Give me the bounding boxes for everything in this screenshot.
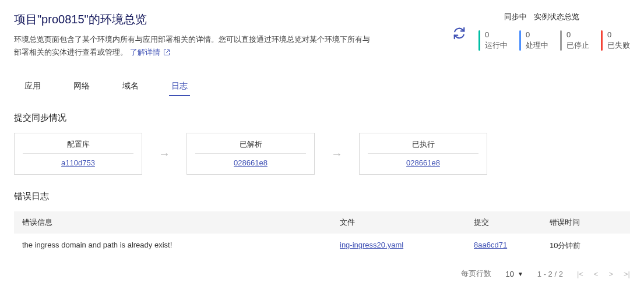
learn-more-text: 了解详情	[130, 48, 160, 56]
table-row: the ingress domain and path is already e…	[14, 234, 630, 258]
page-prev-button[interactable]: <	[594, 270, 599, 278]
count-stopped-label: 已停止	[566, 40, 589, 51]
count-running-label: 运行中	[485, 40, 508, 51]
bar-failed-icon	[601, 30, 603, 51]
arrow-icon: →	[331, 147, 343, 161]
refresh-icon[interactable]	[453, 27, 466, 41]
count-pending-value: 0	[526, 30, 548, 39]
page-description: 环境总览页面包含了某个环境内所有与应用部署相关的详情。您可以直接通过环境总览对某…	[14, 33, 375, 60]
page-last-button[interactable]: >|	[624, 270, 630, 278]
bar-running-icon	[478, 30, 480, 51]
sync-status-label: 同步中	[504, 12, 527, 22]
desc-text: 环境总览页面包含了某个环境内所有与应用部署相关的详情。您可以直接通过环境总览对某…	[14, 35, 370, 56]
cell-time: 10分钟前	[550, 241, 622, 251]
bar-stopped-icon	[560, 30, 562, 51]
count-failed-value: 0	[607, 30, 630, 39]
bar-pending-icon	[519, 30, 521, 51]
card-exec-title: 已执行	[368, 139, 478, 154]
cell-commit-link[interactable]: 8aa6cd71	[474, 241, 507, 249]
external-link-icon	[163, 47, 170, 60]
rows-per-page-label: 每页行数	[461, 268, 491, 279]
col-msg: 错误信息	[22, 217, 340, 228]
status-panel: 同步中 实例状态总览 0 运行中	[453, 12, 630, 51]
count-failed-label: 已失败	[607, 40, 630, 51]
errorlog-table: 错误信息 文件 提交 错误时间 the ingress domain and p…	[14, 211, 630, 258]
page-title: 项目"pro0815"的环境总览	[14, 12, 375, 27]
tab-domain[interactable]: 域名	[120, 77, 141, 96]
card-parsed-hash[interactable]: 028661e8	[234, 158, 268, 167]
count-pending-label: 处理中	[526, 40, 548, 51]
rows-per-page-select[interactable]: 10 ▼	[505, 270, 523, 278]
col-commit: 提交	[474, 217, 550, 228]
errorlog-section-title: 错误日志	[14, 191, 630, 202]
tabs: 应用 网络 域名 日志	[14, 77, 630, 96]
count-stopped: 0 已停止	[560, 30, 589, 51]
card-repo-hash[interactable]: a110d753	[61, 158, 95, 167]
sync-flow: 配置库 a110d753 → 已解析 028661e8 → 已执行 028661…	[14, 133, 630, 175]
instance-overview-label: 实例状态总览	[534, 12, 579, 22]
count-stopped-value: 0	[566, 30, 589, 39]
card-exec: 已执行 028661e8	[359, 133, 487, 175]
count-running-value: 0	[485, 30, 508, 39]
learn-more-link[interactable]: 了解详情	[130, 48, 171, 56]
cell-file-link[interactable]: ing-ingress20.yaml	[340, 241, 403, 249]
count-failed: 0 已失败	[601, 30, 630, 51]
rows-per-page-value: 10	[505, 270, 513, 278]
tab-log[interactable]: 日志	[169, 77, 190, 96]
caret-down-icon: ▼	[518, 271, 523, 277]
card-parsed-title: 已解析	[195, 139, 306, 154]
pagination: 每页行数 10 ▼ 1 - 2 / 2 |< < > >|	[14, 268, 630, 279]
tab-network[interactable]: 网络	[71, 77, 92, 96]
count-pending: 0 处理中	[519, 30, 548, 51]
sync-section-title: 提交同步情况	[14, 112, 630, 123]
count-running: 0 运行中	[478, 30, 508, 51]
page-first-button[interactable]: |<	[577, 270, 583, 278]
card-parsed: 已解析 028661e8	[186, 133, 315, 175]
cell-msg: the ingress domain and path is already e…	[22, 241, 340, 251]
card-exec-hash[interactable]: 028661e8	[406, 158, 440, 167]
page-next-button[interactable]: >	[608, 270, 613, 278]
tab-app[interactable]: 应用	[22, 77, 43, 96]
page-range: 1 - 2 / 2	[537, 270, 563, 278]
card-repo: 配置库 a110d753	[14, 133, 142, 175]
card-repo-title: 配置库	[23, 139, 133, 154]
col-time: 错误时间	[550, 217, 622, 228]
col-file: 文件	[340, 217, 474, 228]
arrow-icon: →	[159, 147, 170, 161]
table-header: 错误信息 文件 提交 错误时间	[14, 211, 630, 234]
